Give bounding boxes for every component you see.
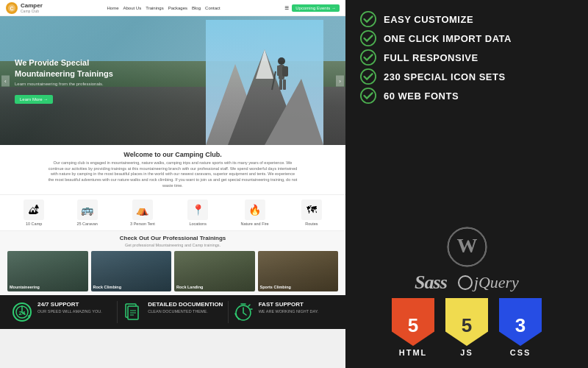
fast-text: FAST SUPPORT WE ARE WORKING NIGHT DAY. <box>259 301 319 314</box>
training-card-mountaineering[interactable]: Mountaineering <box>7 251 88 291</box>
fire-label: Nature and Fire <box>240 222 268 226</box>
js-title: JS <box>460 348 473 357</box>
svg-rect-12 <box>279 79 282 90</box>
locations-label: Locations <box>187 222 208 226</box>
fast-subtitle: WE ARE WORKING NIGHT DAY. <box>259 309 319 314</box>
feature-text-3: 230 SPECIAL ICON SETS <box>384 71 506 82</box>
routes-icon: 🗺 <box>301 199 322 220</box>
camp-label: 10 Camp <box>24 222 44 226</box>
tent-label: 3 Person Tent <box>130 222 155 226</box>
css-number: 3 <box>515 316 526 335</box>
sass-logo: Sass <box>415 272 447 294</box>
bottom-docs-item: DETAILED DOCUMENTION CLEAN DOCUMENTED TH… <box>118 301 228 323</box>
html5-shield: 5 <box>392 298 434 346</box>
docs-title: DETAILED DOCUMENTION <box>148 301 223 308</box>
checkmark-icon-0 <box>360 11 376 27</box>
training-label-3: Rock Landing <box>176 285 203 289</box>
script-logos: Sass jQuery <box>415 272 519 294</box>
icon-item-routes: 🗺 Routes <box>301 199 322 226</box>
training-card-rock-landing[interactable]: Rock Landing <box>174 251 255 291</box>
css-shape: 3 <box>499 298 542 346</box>
support-text: 24/7 SUPPORT OUR SPEED WILL AMAZING YOU. <box>37 301 102 314</box>
checkmark-icon-3 <box>360 68 376 85</box>
support-subtitle: OUR SPEED WILL AMAZING YOU. <box>37 309 102 314</box>
hero-subtitle: Learn mountaineering from the profession… <box>15 82 110 86</box>
icon-item-camp: 🏕 10 Camp <box>24 199 44 226</box>
nav-home[interactable]: Home <box>107 6 119 10</box>
support-title: 24/7 SUPPORT <box>37 301 102 308</box>
feature-item-4: 60 WEB FONTS <box>360 88 573 104</box>
hero-cta-button[interactable]: Learn More → <box>15 95 53 104</box>
feature-text-2: FULL RESPONSIVE <box>384 52 478 63</box>
logo-text: Camper Camp Club <box>21 2 43 13</box>
site-logo: C Camper Camp Club <box>6 2 43 14</box>
svg-point-27 <box>361 88 376 103</box>
hamburger-icon[interactable]: ≡ <box>284 4 289 12</box>
js-badge: 5 JS <box>443 298 491 357</box>
js-shape: 5 <box>445 298 488 346</box>
cta-button[interactable]: Upcoming Events → <box>292 4 340 12</box>
docs-subtitle: CLEAN DOCUMENTED THEME. <box>148 309 223 314</box>
nav-blog[interactable]: Blog <box>192 6 201 10</box>
svg-point-23 <box>361 12 376 26</box>
css-shield: 3 <box>499 298 542 346</box>
svg-rect-11 <box>283 79 286 90</box>
nav-contact[interactable]: Contact <box>205 6 220 10</box>
nav-packages[interactable]: Packages <box>168 6 187 10</box>
tech-logos-area: W Sass jQuery 5 HTML <box>360 227 573 357</box>
trainings-title: Check Out Our Professional Trainings <box>7 235 338 241</box>
svg-rect-10 <box>277 66 280 76</box>
icon-item-tent: ⛺ 3 Person Tent <box>130 199 155 226</box>
routes-label: Routes <box>301 222 322 226</box>
trainings-section: Check Out Our Professional Trainings Get… <box>0 231 345 295</box>
training-label-4: Sports Climbing <box>260 285 291 289</box>
locations-icon: 📍 <box>187 199 208 220</box>
svg-point-7 <box>278 57 285 65</box>
hero-next-button[interactable]: › <box>336 75 344 86</box>
hero-prev-button[interactable]: ‹ <box>1 75 10 86</box>
nav-about[interactable]: About Us <box>123 6 142 10</box>
html5-shape: 5 <box>392 298 434 346</box>
tent-icon: ⛺ <box>132 199 153 220</box>
feature-item-1: ONE CLICK IMPORT DATA <box>360 30 573 46</box>
docs-icon <box>121 301 143 323</box>
trainings-grid: Mountaineering Rock Climbing Rock Landin… <box>7 251 338 291</box>
css-badge: 3 CSS <box>497 298 545 357</box>
site-nav: Home About Us Trainings Packages Blog Co… <box>107 6 220 10</box>
docs-text: DETAILED DOCUMENTION CLEAN DOCUMENTED TH… <box>148 301 223 314</box>
welcome-section: Welcome to our Camping Club. Our camping… <box>0 145 345 195</box>
wordpress-logo: W <box>447 227 487 267</box>
training-card-rock-climbing[interactable]: Rock Climbing <box>91 251 172 291</box>
checkmark-icon-4 <box>360 88 376 104</box>
jquery-logo: jQuery <box>458 273 519 292</box>
right-panel: EASY CUSTOMIZE ONE CLICK IMPORT DATA FUL… <box>345 0 588 368</box>
tech-badges-row: 5 HTML 5 JS 3 <box>390 298 545 357</box>
nav-trainings[interactable]: Trainings <box>146 6 163 10</box>
trainings-subtitle: Get professional Mountaineering and Camp… <box>7 243 338 247</box>
css-title: CSS <box>510 348 531 357</box>
svg-rect-9 <box>282 66 288 77</box>
icons-row: 🏕 10 Camp 🚌 25 Caravan ⛺ 3 Person Tent 📍… <box>0 195 345 231</box>
left-panel: C Camper Camp Club Home About Us Trainin… <box>0 0 345 368</box>
html5-badge: 5 HTML <box>390 298 437 357</box>
support-24-icon: 24 <box>11 301 33 323</box>
hero-content: We Provide Special Mountaineering Traini… <box>15 57 125 104</box>
checkmark-icon-2 <box>360 49 376 66</box>
bottom-support-item: 24 24/7 SUPPORT OUR SPEED WILL AMAZING Y… <box>7 301 118 323</box>
bottom-fast-item: FAST SUPPORT WE ARE WORKING NIGHT DAY. <box>229 301 338 323</box>
training-label-2: Rock Climbing <box>93 285 122 289</box>
logo-circle: C <box>6 2 18 14</box>
icon-item-locations: 📍 Locations <box>187 199 208 226</box>
welcome-description: Our camping club is engaged in mountaine… <box>48 160 298 188</box>
training-card-sports-climbing[interactable]: Sports Climbing <box>258 251 339 291</box>
icon-item-fire: 🔥 Nature and Fire <box>240 199 268 226</box>
hero-title: We Provide Special Mountaineering Traini… <box>15 57 125 79</box>
hero-section: We Provide Special Mountaineering Traini… <box>0 16 345 145</box>
svg-text:W: W <box>456 234 477 257</box>
caravan-label: 25 Caravan <box>76 222 97 226</box>
hero-image <box>206 20 323 145</box>
feature-item-0: EASY CUSTOMIZE <box>360 11 573 27</box>
feature-text-1: ONE CLICK IMPORT DATA <box>384 33 512 44</box>
fast-title: FAST SUPPORT <box>259 301 319 308</box>
welcome-title: Welcome to our Camping Club. <box>15 151 331 158</box>
